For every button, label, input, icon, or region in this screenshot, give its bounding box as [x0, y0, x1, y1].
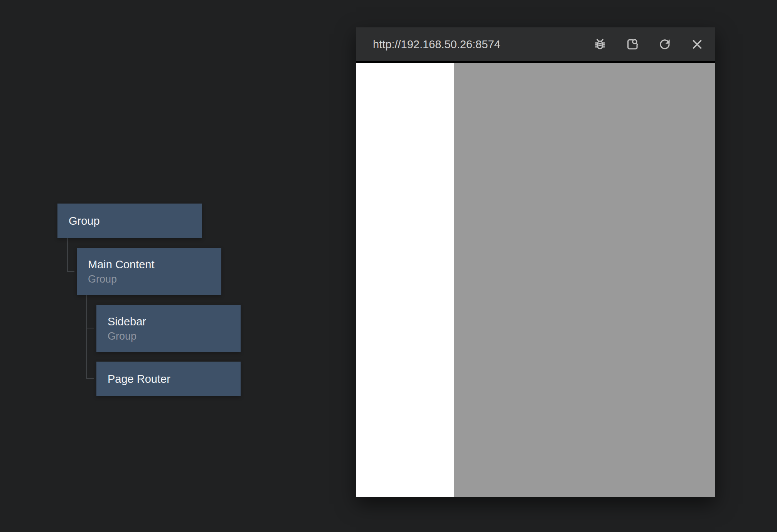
tree-node-sidebar[interactable]: Sidebar Group: [96, 305, 241, 352]
canvas: Group Main Content Group Sidebar Group P…: [0, 0, 777, 532]
tree-node-main-content[interactable]: Main Content Group: [77, 248, 221, 295]
debug-bug-icon: [593, 37, 607, 52]
reload-icon: [657, 37, 672, 52]
reload-button[interactable]: [656, 34, 673, 54]
tree-node-title: Main Content: [88, 257, 221, 272]
tree-connector-line: [86, 378, 94, 379]
inspect-page-button[interactable]: [624, 34, 641, 54]
tree-node-title: Group: [69, 214, 202, 229]
tree-connector-line: [67, 271, 74, 272]
tree-connector-line: [86, 295, 87, 379]
inspect-page-icon: [625, 37, 640, 52]
close-icon: [690, 37, 705, 52]
preview-browser-window: http://192.168.50.26:8574: [356, 27, 715, 497]
tree-node-subtitle: Group: [108, 329, 241, 343]
close-button[interactable]: [689, 34, 706, 54]
address-bar[interactable]: http://192.168.50.26:8574: [373, 38, 576, 51]
tree-node-title: Sidebar: [108, 314, 241, 329]
debug-button[interactable]: [592, 34, 608, 54]
browser-toolbar: http://192.168.50.26:8574: [356, 27, 715, 61]
webview-content[interactable]: [356, 63, 715, 497]
tree-node-title: Page Router: [108, 372, 241, 387]
page-sidebar-region: [356, 63, 454, 497]
tree-node-subtitle: Group: [88, 272, 221, 286]
page-main-region: [454, 63, 715, 497]
tree-node-group[interactable]: Group: [57, 204, 202, 238]
tree-node-page-router[interactable]: Page Router: [96, 362, 241, 396]
tree-connector-line: [86, 328, 94, 328]
tree-connector-line: [67, 238, 68, 272]
